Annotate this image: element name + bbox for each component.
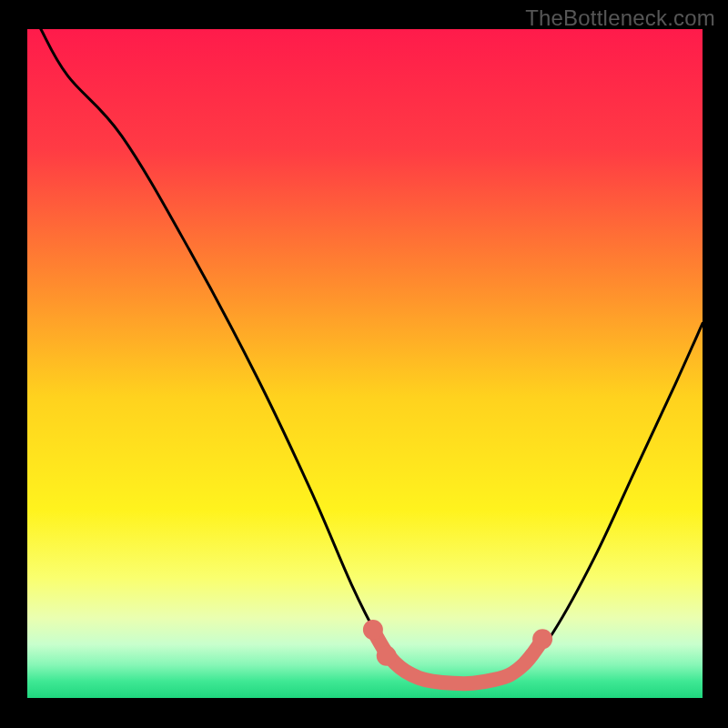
watermark-text: TheBottleneck.com bbox=[525, 5, 715, 31]
highlight-dot bbox=[377, 646, 397, 666]
highlight-dot bbox=[363, 620, 383, 640]
plot-background bbox=[27, 29, 703, 698]
bottleneck-chart bbox=[0, 0, 728, 728]
highlight-dot bbox=[532, 629, 552, 649]
